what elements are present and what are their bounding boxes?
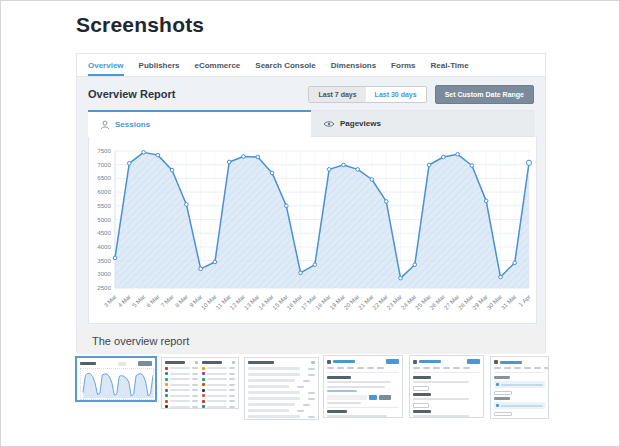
skeleton-shape xyxy=(229,395,235,397)
y-tick-label: 5500 xyxy=(97,202,111,209)
skeleton-shape xyxy=(195,361,198,364)
metric-tabs: Sessions Pageviews xyxy=(88,110,534,137)
thumbnail-two-column-lists[interactable] xyxy=(161,357,239,409)
data-point-marker xyxy=(413,263,417,267)
skeleton-shape xyxy=(192,384,198,386)
main-screenshot-figure: Overview Publishers eCommerce Search Con… xyxy=(76,53,546,353)
skeleton-shape xyxy=(192,389,198,391)
skeleton-shape xyxy=(386,359,399,364)
skeleton-shape xyxy=(544,367,549,369)
skeleton-shape xyxy=(413,381,469,383)
skeleton-shape xyxy=(165,378,168,381)
last-7-days-button[interactable]: Last 7 days xyxy=(309,87,365,102)
skeleton-shape xyxy=(297,410,304,412)
x-tick-label: 10 Mar xyxy=(200,293,217,310)
skeleton-shape xyxy=(165,389,198,392)
skeleton-shape xyxy=(413,359,480,364)
tab-forms[interactable]: Forms xyxy=(391,54,415,76)
thumbnail-single-list[interactable] xyxy=(244,357,319,420)
skeleton-shape xyxy=(413,367,480,369)
skeleton-shape xyxy=(248,361,315,364)
skeleton-shape xyxy=(207,400,227,402)
skeleton-shape xyxy=(303,404,310,406)
skeleton-shape xyxy=(248,403,295,406)
skeleton-shape xyxy=(202,378,235,381)
skeleton-shape xyxy=(170,373,190,375)
pageviews-tab[interactable]: Pageviews xyxy=(311,110,534,137)
x-tick-label: 4 Mar xyxy=(117,293,132,308)
skeleton-shape xyxy=(248,385,289,388)
thumbnail-overview-chart[interactable] xyxy=(75,356,157,402)
x-axis-labels: 3 Mar4 Mar5 Mar6 Mar7 Mar8 Mar9 Mar10 Ma… xyxy=(103,293,532,310)
skeleton-shape xyxy=(308,368,315,370)
y-tick-label: 7000 xyxy=(97,161,111,168)
tab-dimensions[interactable]: Dimensions xyxy=(331,54,376,76)
tab-ecommerce[interactable]: eCommerce xyxy=(194,54,240,76)
skeleton-shape xyxy=(248,415,300,418)
data-point-marker xyxy=(456,152,460,156)
skeleton-shape xyxy=(170,384,190,386)
skeleton-shape xyxy=(248,373,315,376)
skeleton-shape xyxy=(327,407,399,408)
data-point-marker xyxy=(227,160,231,164)
skeleton-shape xyxy=(207,384,227,386)
skeleton-shape xyxy=(192,378,198,380)
thumbnail-settings-1[interactable] xyxy=(323,355,403,418)
thumbnail-settings-3[interactable] xyxy=(490,356,549,419)
last-30-days-button[interactable]: Last 30 days xyxy=(366,87,426,102)
skeleton-shape xyxy=(308,398,315,400)
skeleton-shape xyxy=(367,367,374,369)
sessions-tab-label: Sessions xyxy=(115,120,150,129)
skeleton-shape xyxy=(419,360,441,363)
skeleton-shape xyxy=(170,395,190,397)
report-tabbar: Overview Publishers eCommerce Search Con… xyxy=(77,54,545,77)
data-point-marker xyxy=(156,153,160,157)
eye-icon xyxy=(323,120,335,128)
tab-overview[interactable]: Overview xyxy=(88,54,124,76)
skeleton-shape xyxy=(337,367,344,369)
skeleton-shape xyxy=(202,361,235,409)
x-tick-label: 1 Apr xyxy=(518,293,532,307)
skeleton-shape xyxy=(308,374,315,376)
skeleton-shape xyxy=(165,361,235,409)
skeleton-shape xyxy=(248,367,315,370)
skeleton-shape xyxy=(248,403,315,406)
skeleton-shape xyxy=(80,362,96,365)
caption-strip: The overview report xyxy=(77,327,545,354)
skeleton-shape xyxy=(303,380,310,382)
skeleton-shape xyxy=(202,367,235,370)
skeleton-shape xyxy=(207,367,227,369)
tab-publishers[interactable]: Publishers xyxy=(139,54,180,76)
skeleton-shape xyxy=(494,376,510,379)
skeleton-shape xyxy=(170,400,190,402)
skeleton-shape xyxy=(202,394,205,397)
skeleton-shape xyxy=(229,389,235,391)
x-tick-label: 6 Mar xyxy=(145,293,160,308)
data-point-marker xyxy=(442,155,446,159)
skeleton-shape xyxy=(165,394,168,397)
tab-real-time[interactable]: Real-Time xyxy=(431,54,469,76)
skeleton-shape xyxy=(369,395,377,400)
skeleton-shape xyxy=(494,381,545,388)
skeleton-shape xyxy=(433,367,440,369)
y-tick-label: 4500 xyxy=(97,229,111,236)
y-tick-label: 3500 xyxy=(97,257,111,264)
skeleton-shape xyxy=(248,361,315,420)
skeleton-shape xyxy=(327,360,331,364)
skeleton-shape xyxy=(229,400,235,402)
y-tick-label: 5000 xyxy=(97,216,111,223)
y-axis-labels: 2500300035004000450050005500600065007000… xyxy=(97,147,111,291)
thumbnail-settings-2[interactable] xyxy=(409,355,484,418)
tab-search-console[interactable]: Search Console xyxy=(255,54,315,76)
skeleton-shape xyxy=(248,415,315,418)
skeleton-shape xyxy=(413,376,431,379)
sessions-tab[interactable]: Sessions xyxy=(88,110,311,137)
data-point-marker xyxy=(427,163,431,167)
skeleton-shape xyxy=(413,360,417,364)
skeleton-shape xyxy=(413,376,480,418)
set-custom-date-range-button[interactable]: Set Custom Date Range xyxy=(435,85,534,104)
data-point-marker xyxy=(313,263,317,267)
skeleton-shape xyxy=(494,402,545,409)
skeleton-shape xyxy=(357,367,364,369)
sessions-chart-panel: 2500300035004000450050005500600065007000… xyxy=(88,137,537,324)
